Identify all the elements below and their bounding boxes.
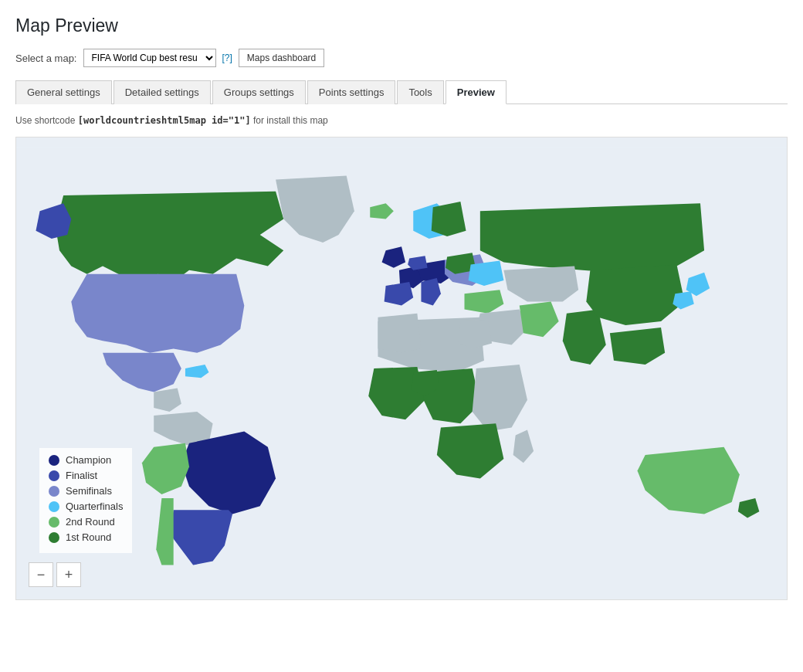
legend-label-semifinals: Semifinals [66,485,112,497]
help-link[interactable]: [?] [222,53,232,63]
legend: Champion Finalist Semifinals Quarterfina… [39,448,132,553]
shortcode-value: [worldcountrieshtml5map id="1"] [78,115,251,126]
legend-item-1st-round: 1st Round [49,531,123,543]
tab-tools[interactable]: Tools [397,80,443,104]
legend-label-quarterfinals: Quarterfinals [66,501,123,512]
northwest-africa [378,314,421,353]
tab-general[interactable]: General settings [15,80,112,104]
tab-detailed[interactable]: Detailed settings [114,80,211,104]
legend-label-2nd-round: 2nd Round [66,516,115,528]
legend-dot-champion [49,455,59,466]
egypt [458,320,492,349]
legend-label-1st-round: 1st Round [66,531,111,543]
legend-label-champion: Champion [66,454,111,466]
sweden-finland [432,202,466,236]
select-map-row: Select a map: FIFA World Cup best resu [… [15,49,788,67]
russia [480,203,704,274]
legend-item-quarterfinals: Quarterfinals [49,501,123,512]
legend-item-semifinals: Semifinals [49,485,123,497]
tab-groups[interactable]: Groups settings [212,80,306,104]
legend-dot-2nd-round [49,517,59,528]
tabs-container: General settings Detailed settings Group… [15,80,788,104]
map-container: Champion Finalist Semifinals Quarterfina… [15,137,788,600]
legend-item-finalist: Finalist [49,470,123,481]
legend-item-2nd-round: 2nd Round [49,516,123,528]
legend-label-finalist: Finalist [66,470,97,481]
legend-item-champion: Champion [49,454,123,466]
tab-points[interactable]: Points settings [307,80,396,104]
select-map-label: Select a map: [15,53,77,64]
maps-dashboard-button[interactable]: Maps dashboard [239,49,324,67]
shortcode-info: Use shortcode [worldcountrieshtml5map id… [15,115,788,126]
zoom-controls: − + [29,562,81,587]
page-title: Map Preview [15,15,788,36]
legend-dot-quarterfinals [49,501,59,512]
legend-dot-1st-round [49,532,59,543]
legend-dot-semifinals [49,486,59,497]
page-wrapper: Map Preview Select a map: FIFA World Cup… [0,0,803,672]
zoom-in-button[interactable]: + [56,562,81,587]
map-select[interactable]: FIFA World Cup best resu [83,49,216,67]
tab-preview[interactable]: Preview [446,80,507,104]
legend-dot-finalist [49,470,59,481]
zoom-out-button[interactable]: − [29,562,53,587]
